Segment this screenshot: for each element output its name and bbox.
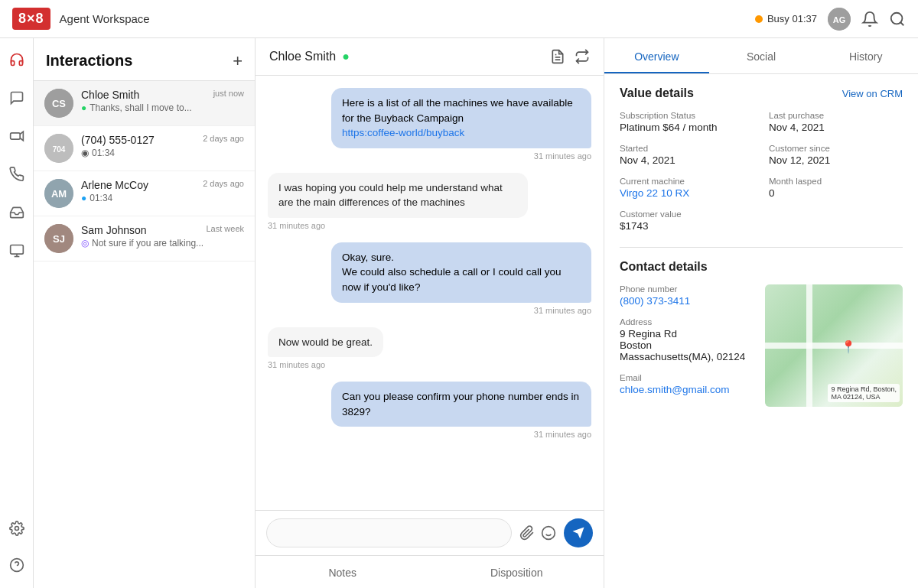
right-panel-content: Value details View on CRM Subscription S… xyxy=(604,74,918,588)
map-thumbnail: 📍 9 Regina Rd, Boston,MA 02124, USA xyxy=(765,284,903,407)
help-icon[interactable] xyxy=(5,553,29,577)
messages-container: Here is a list of all the machines we ha… xyxy=(256,76,604,510)
chat-contact-name: Chloe Smith ● xyxy=(269,50,542,63)
chat-area: Chloe Smith ● Here is a list of all the … xyxy=(256,38,604,588)
detail-last-purchase: Last purchase Nov 4, 2021 xyxy=(769,111,903,133)
contact-preview: ● 01:34 xyxy=(81,193,244,203)
chat-bottom-tabs: Notes Disposition xyxy=(256,555,604,588)
contact-details-grid: Phone number (800) 373-3411 Address 9 Re… xyxy=(620,284,903,407)
detail-current-machine: Current machine Virgo 22 10 RX xyxy=(620,177,754,199)
detail-value: Nov 4, 2021 xyxy=(620,154,754,166)
address-line1: 9 Regina Rd xyxy=(620,328,756,339)
detail-value: Nov 4, 2021 xyxy=(769,122,903,133)
search-button[interactable] xyxy=(889,11,906,28)
address-line2: Boston xyxy=(620,339,756,351)
list-item[interactable]: AM Arlene McCoy 2 days ago ● 01:34 xyxy=(34,171,255,216)
list-item[interactable]: CS Chloe Smith just now ● Thanks, shall … xyxy=(34,81,255,126)
map-inner: 📍 9 Regina Rd, Boston,MA 02124, USA xyxy=(765,284,903,407)
view-crm-link[interactable]: View on CRM xyxy=(842,88,903,99)
right-panel: Overview Social History Value details Vi… xyxy=(604,38,918,588)
contact-preview: ◎ Not sure if you are talking... xyxy=(81,238,244,249)
phone-icon[interactable] xyxy=(5,162,29,187)
detail-value-link[interactable]: Virgo 22 10 RX xyxy=(620,187,754,199)
contact-details-title: Contact details xyxy=(620,260,903,274)
chat-header: Chloe Smith ● xyxy=(256,38,604,76)
tab-history[interactable]: History xyxy=(813,38,918,73)
contact-name: (704) 555-0127 2 days ago xyxy=(81,134,244,146)
message-link[interactable]: https:coffee-world/buyback xyxy=(342,127,464,138)
address-line3: Massachusetts(MA), 02124 xyxy=(620,351,756,362)
contact-preview: ● Thanks, shall I move to... xyxy=(81,102,244,113)
settings-icon[interactable] xyxy=(5,516,29,541)
detail-started: Started Nov 4, 2021 xyxy=(620,144,754,166)
contact-time: 2 days ago xyxy=(203,134,244,146)
input-icons xyxy=(519,525,556,541)
phone-link[interactable]: (800) 373-3411 xyxy=(620,295,756,307)
map-label: 9 Regina Rd, Boston,MA 02124, USA xyxy=(828,384,900,402)
video-icon[interactable] xyxy=(5,124,29,148)
svg-line-3 xyxy=(900,22,903,25)
notifications-button[interactable] xyxy=(861,11,878,28)
badge-icon[interactable] xyxy=(5,239,29,263)
chat-header-icons xyxy=(550,49,590,64)
headset-icon[interactable] xyxy=(5,47,29,72)
status-label: Busy 01:37 xyxy=(767,13,817,24)
agent-avatar: AG xyxy=(828,8,851,31)
svg-text:AM: AM xyxy=(51,188,67,200)
transcript-button[interactable] xyxy=(550,49,565,64)
detail-value: Platinum $64 / month xyxy=(620,122,754,133)
detail-month-lasped: Month lasped 0 xyxy=(769,177,903,199)
message-bubble: Here is a list of all the machines we ha… xyxy=(331,88,591,148)
svg-rect-4 xyxy=(10,133,20,139)
contact-phone: Phone number (800) 373-3411 xyxy=(620,284,756,307)
send-button[interactable] xyxy=(564,518,593,547)
interactions-panel: Interactions + CS Chloe Smith just now ●… xyxy=(34,38,256,588)
divider xyxy=(620,247,903,248)
message-time: 31 minutes ago xyxy=(268,430,591,439)
chat-input[interactable] xyxy=(266,518,512,547)
svg-rect-5 xyxy=(10,245,23,255)
message-time: 31 minutes ago xyxy=(268,221,591,230)
main-layout: Interactions + CS Chloe Smith just now ●… xyxy=(0,38,918,588)
twitter-channel-icon: ● xyxy=(81,193,86,203)
emoji-button[interactable] xyxy=(541,525,556,541)
svg-text:AG: AG xyxy=(833,15,846,24)
list-item[interactable]: 704 (704) 555-0127 2 days ago ◉ 01:34 xyxy=(34,126,255,171)
value-details-grid: Subscription Status Platinum $64 / month… xyxy=(620,111,903,232)
transfer-button[interactable] xyxy=(575,49,590,64)
notes-tab[interactable]: Notes xyxy=(256,556,430,588)
messenger-channel-icon: ◉ xyxy=(81,148,89,158)
tab-overview[interactable]: Overview xyxy=(604,38,709,73)
svg-point-2 xyxy=(891,12,903,24)
svg-marker-25 xyxy=(573,528,584,539)
list-item[interactable]: SJ Sam Johnson Last week ◎ Not sure if y… xyxy=(34,216,255,262)
value-details-title: Value details xyxy=(620,86,694,100)
interactions-title: Interactions xyxy=(46,52,132,70)
inbox-icon[interactable] xyxy=(5,200,29,225)
detail-customer-since: Customer since Nov 12, 2021 xyxy=(769,144,903,166)
disposition-tab[interactable]: Disposition xyxy=(430,556,604,588)
message-time: 31 minutes ago xyxy=(268,360,591,369)
message-time: 31 minutes ago xyxy=(268,306,591,315)
svg-text:704: 704 xyxy=(53,145,66,154)
message-bubble: Okay, sure.We could also schedule a call… xyxy=(331,242,591,303)
detail-value: $1743 xyxy=(620,220,754,232)
message-bubble: Can you please confirm your phone number… xyxy=(331,382,591,427)
contact-time: Last week xyxy=(206,224,244,236)
custom-channel-icon: ◎ xyxy=(81,238,89,249)
attachment-button[interactable] xyxy=(519,525,535,541)
message-group: Here is a list of all the machines we ha… xyxy=(268,88,591,170)
tab-social[interactable]: Social xyxy=(709,38,814,73)
avatar: SJ xyxy=(44,224,73,253)
contact-address: Address 9 Regina Rd Boston Massachusetts… xyxy=(620,317,756,362)
message-bubble: Now would be great. xyxy=(268,327,383,358)
contact-info: Sam Johnson Last week ◎ Not sure if you … xyxy=(81,224,244,249)
avatar: 704 xyxy=(44,134,73,163)
add-interaction-button[interactable]: + xyxy=(233,53,243,70)
interactions-header: Interactions + xyxy=(34,38,255,81)
svg-point-21 xyxy=(542,527,555,540)
email-link[interactable]: chloe.smith@gmail.com xyxy=(620,384,756,395)
interaction-list: CS Chloe Smith just now ● Thanks, shall … xyxy=(34,81,255,588)
chat-icon[interactable] xyxy=(5,86,29,110)
svg-text:SJ: SJ xyxy=(53,233,65,245)
